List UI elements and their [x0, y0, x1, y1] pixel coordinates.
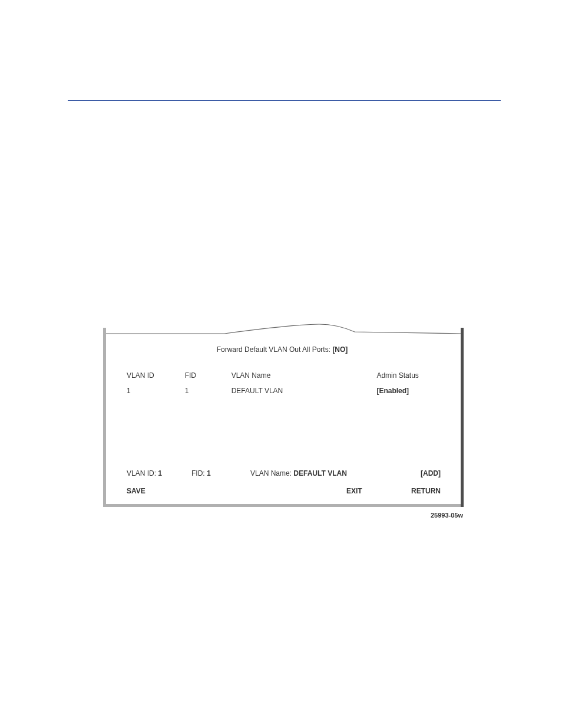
panel-border-right [461, 328, 464, 507]
input-vlan-name-value[interactable]: DEFAULT VLAN [293, 469, 346, 477]
return-button[interactable]: RETURN [399, 487, 441, 495]
figure-number: 25993-05w [431, 512, 463, 519]
input-vlan-id-label: VLAN ID: [127, 469, 158, 477]
header-vlan-name: VLAN Name [232, 371, 377, 380]
table-header-row: VLAN ID FID VLAN Name Admin Status [127, 371, 441, 380]
panel-top-curve [106, 323, 461, 335]
input-vlan-id-value[interactable]: 1 [158, 469, 162, 477]
panel-border-left [103, 328, 106, 507]
cell-vlan-id: 1 [127, 387, 185, 395]
forward-label: Forward Default VLAN Out All Ports: [217, 345, 333, 354]
input-row: VLAN ID: 1 FID: 1 VLAN Name: DEFAULT VLA… [127, 469, 441, 477]
top-separator [68, 100, 501, 101]
header-fid: FID [185, 371, 232, 380]
save-button[interactable]: SAVE [127, 487, 346, 495]
input-fid-label: FID: [191, 469, 207, 477]
vlan-table: VLAN ID FID VLAN Name Admin Status 1 1 D… [112, 371, 452, 395]
forward-default-vlan-line: Forward Default VLAN Out All Ports: [NO] [112, 345, 452, 354]
table-row: 1 1 DEFAULT VLAN [Enabled] [127, 387, 441, 395]
cell-fid: 1 [185, 387, 232, 395]
action-row: SAVE EXIT RETURN [127, 487, 441, 495]
input-vlan-name-label: VLAN Name: [250, 469, 293, 477]
cell-admin-status[interactable]: [Enabled] [376, 387, 441, 395]
forward-value[interactable]: [NO] [332, 345, 348, 354]
cell-vlan-name: DEFAULT VLAN [232, 387, 377, 395]
add-button[interactable]: [ADD] [405, 469, 441, 477]
exit-button[interactable]: EXIT [346, 487, 399, 495]
input-fid-value[interactable]: 1 [207, 469, 211, 477]
vlan-config-panel: Forward Default VLAN Out All Ports: [NO]… [103, 323, 461, 507]
header-admin-status: Admin Status [376, 371, 441, 380]
header-vlan-id: VLAN ID [127, 371, 185, 380]
panel-border-bottom [103, 504, 464, 507]
